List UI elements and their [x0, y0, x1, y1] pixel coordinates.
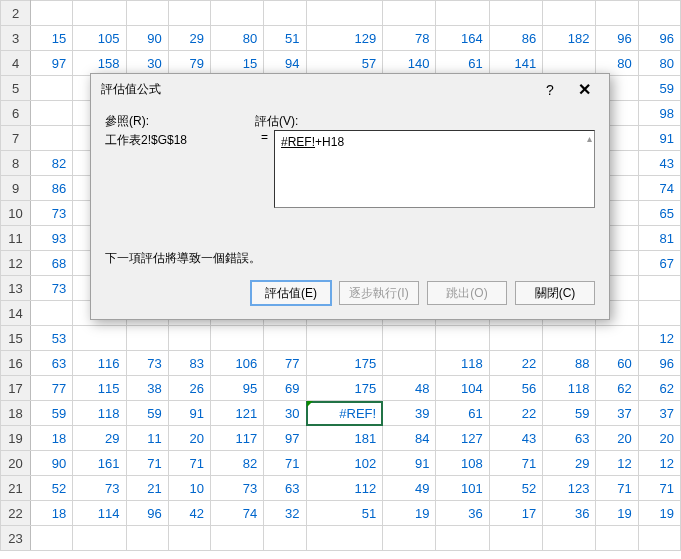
cell[interactable]: 77 [31, 376, 73, 401]
cell[interactable]: 96 [596, 26, 638, 51]
cell[interactable]: 19 [596, 501, 638, 526]
cell[interactable]: 73 [73, 476, 126, 501]
cell[interactable]: 182 [543, 26, 596, 51]
cell[interactable] [596, 526, 638, 551]
cell[interactable]: 102 [306, 451, 383, 476]
cell[interactable] [126, 326, 168, 351]
cell[interactable]: 80 [210, 26, 263, 51]
cell[interactable]: 29 [168, 26, 210, 51]
cell[interactable]: 79 [168, 51, 210, 76]
cell[interactable]: 37 [638, 401, 680, 426]
cell[interactable]: 80 [638, 51, 680, 76]
cell[interactable]: 30 [126, 51, 168, 76]
cell[interactable] [543, 326, 596, 351]
cell[interactable]: 84 [383, 426, 436, 451]
cell[interactable]: 39 [383, 401, 436, 426]
cell[interactable]: 71 [168, 451, 210, 476]
cell[interactable]: #REF! [306, 401, 383, 426]
cell[interactable]: 32 [264, 501, 306, 526]
cell[interactable]: 71 [638, 476, 680, 501]
cell[interactable]: 93 [31, 226, 73, 251]
cell[interactable] [31, 76, 73, 101]
cell[interactable]: 10 [168, 476, 210, 501]
row-header[interactable]: 13 [1, 276, 31, 301]
cell[interactable] [264, 1, 306, 26]
cell[interactable]: 97 [31, 51, 73, 76]
cell[interactable]: 68 [31, 251, 73, 276]
cell[interactable] [31, 301, 73, 326]
cell[interactable]: 91 [168, 401, 210, 426]
cell[interactable]: 90 [126, 26, 168, 51]
cell[interactable] [638, 526, 680, 551]
cell[interactable]: 21 [126, 476, 168, 501]
cell[interactable] [264, 326, 306, 351]
row-header[interactable]: 7 [1, 126, 31, 151]
cell[interactable] [73, 1, 126, 26]
cell[interactable]: 96 [126, 501, 168, 526]
cell[interactable]: 20 [596, 426, 638, 451]
cell[interactable]: 105 [73, 26, 126, 51]
row-header[interactable]: 18 [1, 401, 31, 426]
cell[interactable] [210, 1, 263, 26]
cell[interactable] [168, 1, 210, 26]
cell[interactable]: 29 [73, 426, 126, 451]
cell[interactable]: 61 [436, 401, 489, 426]
cell[interactable]: 86 [489, 26, 542, 51]
cell[interactable]: 43 [638, 151, 680, 176]
cell[interactable]: 158 [73, 51, 126, 76]
cell[interactable]: 19 [638, 501, 680, 526]
cell[interactable] [383, 1, 436, 26]
cell[interactable]: 77 [264, 351, 306, 376]
cell[interactable]: 80 [596, 51, 638, 76]
cell[interactable]: 108 [436, 451, 489, 476]
cell[interactable]: 96 [638, 351, 680, 376]
cell[interactable] [126, 526, 168, 551]
cell[interactable]: 94 [264, 51, 306, 76]
cell[interactable]: 52 [489, 476, 542, 501]
cell[interactable] [168, 526, 210, 551]
cell[interactable]: 118 [436, 351, 489, 376]
row-header[interactable]: 20 [1, 451, 31, 476]
row-header[interactable]: 17 [1, 376, 31, 401]
cell[interactable]: 38 [126, 376, 168, 401]
cell[interactable]: 36 [436, 501, 489, 526]
cell[interactable]: 22 [489, 401, 542, 426]
cell[interactable]: 57 [306, 51, 383, 76]
cell[interactable] [543, 526, 596, 551]
cell[interactable]: 63 [264, 476, 306, 501]
cell[interactable]: 30 [264, 401, 306, 426]
row-header[interactable]: 4 [1, 51, 31, 76]
cell[interactable]: 29 [543, 451, 596, 476]
row-header[interactable]: 11 [1, 226, 31, 251]
cell[interactable]: 106 [210, 351, 263, 376]
cell[interactable] [306, 1, 383, 26]
row-header[interactable]: 19 [1, 426, 31, 451]
cell[interactable]: 51 [264, 26, 306, 51]
row-header[interactable]: 9 [1, 176, 31, 201]
cell[interactable]: 18 [31, 501, 73, 526]
cell[interactable]: 63 [31, 351, 73, 376]
cell[interactable]: 60 [596, 351, 638, 376]
cell[interactable]: 11 [126, 426, 168, 451]
cell[interactable]: 121 [210, 401, 263, 426]
cell[interactable]: 17 [489, 501, 542, 526]
cell[interactable]: 88 [543, 351, 596, 376]
cell[interactable]: 59 [126, 401, 168, 426]
cell[interactable]: 161 [73, 451, 126, 476]
cell[interactable] [383, 326, 436, 351]
row-header[interactable]: 14 [1, 301, 31, 326]
row-header[interactable]: 5 [1, 76, 31, 101]
row-header[interactable]: 3 [1, 26, 31, 51]
cell[interactable]: 12 [638, 451, 680, 476]
cell[interactable]: 123 [543, 476, 596, 501]
cell[interactable] [489, 1, 542, 26]
cell[interactable] [126, 1, 168, 26]
cell[interactable] [436, 526, 489, 551]
evaluation-box[interactable]: #REF!+H18 ▴ [274, 130, 595, 208]
cell[interactable]: 141 [489, 51, 542, 76]
cell[interactable]: 164 [436, 26, 489, 51]
close-button[interactable]: 關閉(C) [515, 281, 595, 305]
cell[interactable]: 52 [31, 476, 73, 501]
row-header[interactable]: 8 [1, 151, 31, 176]
row-header[interactable]: 6 [1, 101, 31, 126]
